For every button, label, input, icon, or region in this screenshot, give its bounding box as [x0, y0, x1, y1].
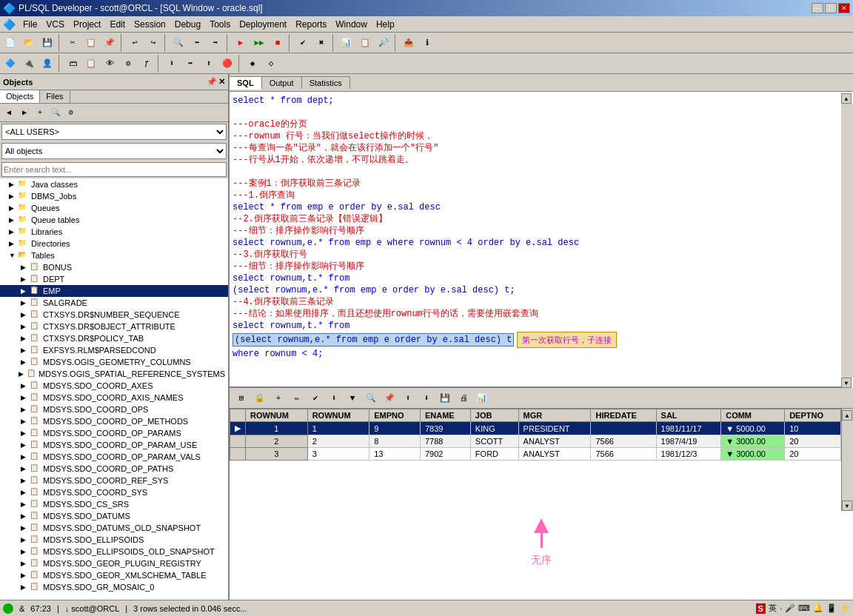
- search-input[interactable]: [1, 162, 227, 177]
- th-deptno[interactable]: DEPTNO: [785, 409, 841, 422]
- session-btn[interactable]: 👤: [39, 55, 56, 73]
- tree-item-mds12[interactable]: ▶ 📋 MDSYS.SDO_COORD_SYS: [0, 486, 228, 498]
- th-ename[interactable]: ENAME: [420, 409, 470, 422]
- down-row-btn[interactable]: ⬇: [418, 389, 435, 407]
- tree-item-mds9[interactable]: ▶ 📋 MDSYS.SDO_COORD_OP_PARAM_VALS: [0, 451, 228, 463]
- tree-item-mds1[interactable]: ▶ 📋 MDSYS.OGIS_GEOMETRY_COLUMNS: [0, 356, 228, 368]
- stop-btn[interactable]: ■: [269, 34, 287, 52]
- autotrace-btn[interactable]: 🔎: [375, 34, 392, 52]
- th-sal[interactable]: SAL: [656, 409, 721, 422]
- results-scroll-up[interactable]: ▲: [842, 410, 852, 421]
- tree-item-mds10[interactable]: ▶ 📋 MDSYS.SDO_COORD_OP_PATHS: [0, 463, 228, 475]
- table-row[interactable]: 3 3 13 7902 FORD ANALYST 7566 1981/12/3 …: [230, 448, 841, 461]
- menu-debug[interactable]: Debug: [170, 18, 205, 31]
- th-rownum1[interactable]: ROWNUM: [246, 409, 308, 422]
- view-btn[interactable]: 👁: [101, 55, 118, 73]
- table-btn[interactable]: 📋: [82, 55, 100, 73]
- th-rownum2[interactable]: ROWNUM: [307, 409, 369, 422]
- save-btn[interactable]: 💾: [39, 34, 56, 52]
- scroll-down-btn[interactable]: ▼: [841, 378, 852, 388]
- desc-btn[interactable]: 📊: [338, 34, 355, 52]
- search-obj-btn[interactable]: 🔍: [48, 105, 63, 120]
- copy-btn[interactable]: 📋: [82, 34, 100, 52]
- status-mic-icon[interactable]: 🎤: [785, 603, 795, 613]
- forward-btn[interactable]: ▶: [17, 105, 32, 120]
- cut-btn[interactable]: ✂: [64, 34, 81, 52]
- close-button[interactable]: ✕: [838, 3, 850, 13]
- step-out-btn[interactable]: ⬆: [200, 55, 218, 73]
- tree-item-ctx2[interactable]: ▶ 📋 CTXSYS.DR$OBJECT_ATTRIBUTE: [0, 321, 228, 332]
- tree-item-bonus[interactable]: ▶ 📋 BONUS: [0, 261, 228, 273]
- tree-item-mds4[interactable]: ▶ 📋 MDSYS.SDO_COORD_AXIS_NAMES: [0, 392, 228, 404]
- th-job[interactable]: JOB: [470, 409, 518, 422]
- misc-btn1[interactable]: ◆: [244, 55, 261, 73]
- sql-editor[interactable]: select * from dept; ---oracle的分页 ---rown…: [230, 92, 841, 388]
- menu-vcs[interactable]: VCS: [41, 18, 69, 31]
- lock-btn[interactable]: 🔒: [251, 389, 269, 407]
- minimize-button[interactable]: ─: [812, 3, 823, 13]
- object-type-dropdown[interactable]: All objects: [1, 143, 227, 159]
- apply-btn[interactable]: ✔: [307, 389, 324, 407]
- chart-btn[interactable]: 📊: [473, 389, 491, 407]
- status-keyboard-icon[interactable]: ⌨: [798, 603, 810, 613]
- tree-item-salgrade[interactable]: ▶ 📋 SALGRADE: [0, 297, 228, 309]
- export-btn[interactable]: 💾: [436, 389, 454, 407]
- find-next-btn[interactable]: ➡: [207, 34, 224, 52]
- open-btn[interactable]: 📂: [20, 34, 38, 52]
- dbms-output-btn[interactable]: 📤: [400, 34, 418, 52]
- tree-item-mds18[interactable]: ▶ 📋 MDSYS.SDO_GEOR_PLUGIN_REGISTRY: [0, 558, 228, 569]
- menu-file[interactable]: File: [19, 18, 41, 31]
- compile-btn[interactable]: ▶: [232, 34, 250, 52]
- status-bell-icon[interactable]: 🔔: [813, 603, 823, 613]
- tab-files[interactable]: Files: [40, 90, 70, 103]
- tree-item-dept[interactable]: ▶ 📋 DEPT: [0, 273, 228, 285]
- menu-edit[interactable]: Edit: [105, 18, 130, 31]
- back-btn[interactable]: ◀: [1, 105, 16, 120]
- tree-item-mds17[interactable]: ▶ 📋 MDSYS.SDO_ELLIPSOIDS_OLD_SNAPSHOT: [0, 546, 228, 558]
- redo-btn[interactable]: ↪: [144, 34, 162, 52]
- tree-item-mds13[interactable]: ▶ 📋 MDSYS.SDO_CS_SRS: [0, 498, 228, 510]
- th-mgr[interactable]: MGR: [518, 409, 591, 422]
- status-phone-icon[interactable]: 📱: [826, 603, 837, 613]
- misc-btn2[interactable]: ◇: [262, 55, 280, 73]
- menu-reports[interactable]: Reports: [291, 18, 331, 31]
- step-into-btn[interactable]: ⬇: [163, 55, 181, 73]
- tree-item-mds11[interactable]: ▶ 📋 MDSYS.SDO_COORD_REF_SYS: [0, 475, 228, 486]
- table-row[interactable]: ▶ 1 1 9 7839 KING PRESIDENT 1981/11/17 ▼…: [230, 422, 841, 435]
- tree-item-emp[interactable]: ▶ 📋 EMP: [0, 285, 228, 297]
- th-comm[interactable]: COMM: [721, 409, 785, 422]
- step-over-btn[interactable]: ➡: [181, 55, 199, 73]
- tree-item-java-classes[interactable]: ▶ 📁 Java classes: [0, 178, 228, 190]
- tab-output[interactable]: Output: [262, 76, 302, 89]
- tree-item-tables[interactable]: ▼ 📂 Tables: [0, 250, 228, 261]
- filter-down-btn[interactable]: ⬇: [325, 389, 343, 407]
- table-row[interactable]: 2 2 8 7788 SCOTT ANALYST 7566 1987/4/19 …: [230, 435, 841, 448]
- commit-btn[interactable]: ✔: [294, 34, 312, 52]
- menu-project[interactable]: Project: [69, 18, 105, 31]
- results-scroll-down[interactable]: ▼: [842, 500, 852, 511]
- menu-window[interactable]: Window: [331, 18, 372, 31]
- grid-view-btn[interactable]: ⊞: [233, 389, 250, 407]
- run-btn[interactable]: ▶▶: [250, 34, 268, 52]
- tree-item-exf1[interactable]: ▶ 📋 EXFSYS.RLM$PARSEDCOND: [0, 344, 228, 356]
- tree-item-mds8[interactable]: ▶ 📋 MDSYS.SDO_COORD_OP_PARAM_USE: [0, 439, 228, 451]
- add-obj-btn[interactable]: +: [33, 105, 47, 120]
- obj-browser-btn[interactable]: 🔷: [1, 55, 19, 73]
- tree-item-ctx1[interactable]: ▶ 📋 CTXSYS.DR$NUMBER_SEQUENCE: [0, 309, 228, 321]
- tree-item-libraries[interactable]: ▶ 📁 Libraries: [0, 226, 228, 238]
- edit-row-btn[interactable]: ✏: [288, 389, 306, 407]
- th-empno[interactable]: EMPNO: [369, 409, 421, 422]
- menu-deployment[interactable]: Deployment: [235, 18, 291, 31]
- menu-tools[interactable]: Tools: [205, 18, 235, 31]
- find-btn[interactable]: 🔍: [170, 34, 187, 52]
- tree-item-mds20[interactable]: ▶ 📋 MDSYS.SDO_GR_MOSAIC_0: [0, 581, 228, 593]
- new-btn[interactable]: 📄: [1, 34, 19, 52]
- tree-item-mds3[interactable]: ▶ 📋 MDSYS.SDO_COORD_AXES: [0, 380, 228, 392]
- tab-objects[interactable]: Objects: [0, 90, 40, 103]
- menu-session[interactable]: Session: [130, 18, 170, 31]
- tree-item-mds14[interactable]: ▶ 📋 MDSYS.SDO_DATUMS: [0, 510, 228, 522]
- tab-sql[interactable]: SQL: [230, 76, 262, 90]
- tree-item-mds6[interactable]: ▶ 📋 MDSYS.SDO_COORD_OP_METHODS: [0, 415, 228, 427]
- close-panel-icon[interactable]: ✕: [218, 77, 225, 87]
- connect-btn[interactable]: 🔌: [20, 55, 38, 73]
